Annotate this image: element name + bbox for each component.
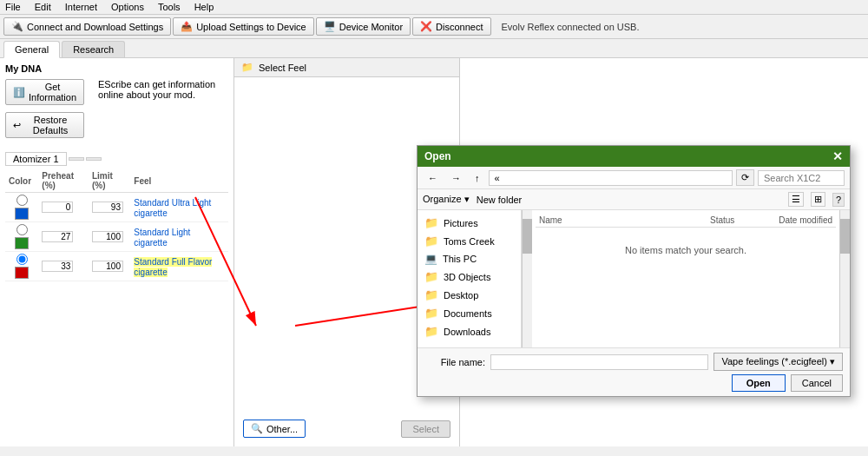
monitor-label: Device Monitor: [339, 22, 403, 32]
menu-options[interactable]: Options: [111, 2, 144, 12]
nav-up-button[interactable]: ↑: [470, 170, 485, 186]
dialog-toolbar: ← → ↑ ⟳: [418, 167, 850, 189]
sidebar-item-3d-objects[interactable]: 📁 3D Objects: [421, 268, 517, 286]
row3-feel[interactable]: Standard Full Flavor cigarette: [134, 257, 212, 277]
col-date-header: Date modified: [734, 215, 832, 225]
pictures-folder-icon: 📁: [424, 216, 438, 229]
disconnect-icon: ❌: [420, 21, 432, 32]
atomizer-tab-3[interactable]: [86, 157, 102, 161]
panel-title-bar: 📁 Select Feel: [234, 58, 459, 77]
disconnect-label: Disconnect: [436, 22, 483, 32]
dialog-titlebar: Open ✕: [418, 146, 850, 167]
path-input[interactable]: [489, 170, 733, 186]
table-row: Standard Full Flavor cigarette: [5, 252, 228, 281]
row3-color: [15, 267, 29, 279]
sidebar-item-documents[interactable]: 📁 Documents: [421, 304, 517, 322]
main-area: My DNA ℹ️ Get Information ↩ Restore Defa…: [0, 58, 868, 446]
view-details-icon[interactable]: ⊞: [811, 192, 825, 207]
sidebar-item-downloads[interactable]: 📁 Downloads: [421, 322, 517, 340]
select-feel-title: Select Feel: [259, 63, 306, 73]
dialog-close-button[interactable]: ✕: [832, 149, 843, 163]
sidebar-label: Documents: [444, 308, 492, 319]
sidebar-label: Toms Creek: [444, 236, 495, 247]
organize-button[interactable]: Organize ▾: [423, 194, 470, 205]
row1-color: [15, 208, 29, 220]
other-button[interactable]: 🔍 Other...: [243, 420, 306, 438]
documents-icon: 📁: [424, 307, 438, 320]
menu-file[interactable]: File: [5, 2, 21, 12]
connect-download-button[interactable]: 🔌 Connect and Download Settings: [3, 17, 171, 36]
filename-row: File name: Vape feelings (*.ecigfeel) ▾: [424, 353, 843, 371]
tab-research[interactable]: Research: [62, 41, 125, 57]
disconnect-button[interactable]: ❌ Disconnect: [412, 17, 490, 36]
main-scrollbar[interactable]: [839, 210, 850, 347]
row1-preheat[interactable]: [42, 202, 73, 213]
restore-defaults-button[interactable]: ↩ Restore Defaults: [5, 112, 84, 138]
atomizer-table: Color Preheat (%) Limit (%) Feel Standar…: [5, 169, 228, 281]
tab-general[interactable]: General: [3, 41, 60, 58]
row1-feel[interactable]: Standard Ultra Light cigarette: [134, 198, 211, 218]
dialog-body: 📁 Pictures 📁 Toms Creek 💻 This PC 📁 3D O…: [418, 210, 850, 347]
menu-help[interactable]: Help: [194, 2, 214, 12]
row1-limit[interactable]: [92, 202, 123, 213]
nav-forward-button[interactable]: →: [446, 170, 466, 186]
row2-limit[interactable]: [92, 231, 123, 242]
sidebar-scrollbar[interactable]: [522, 210, 532, 347]
connect-icon: 🔌: [11, 21, 23, 32]
filetype-dropdown-btn[interactable]: Vape feelings (*.ecigfeel) ▾: [713, 353, 843, 371]
atomizer-tab-2[interactable]: [69, 157, 84, 161]
view-help-icon[interactable]: ?: [832, 193, 845, 207]
sidebar-item-toms-creek[interactable]: 📁 Toms Creek: [421, 232, 517, 250]
row2-feel[interactable]: Standard Light cigarette: [134, 228, 190, 248]
col-color-header: Color: [5, 169, 38, 193]
this-pc-icon: 💻: [424, 253, 437, 265]
panel-content: [234, 77, 459, 91]
row2-radio[interactable]: [16, 224, 28, 235]
refresh-button[interactable]: ⟳: [736, 169, 754, 186]
sidebar-label: Downloads: [444, 327, 490, 337]
sidebar-item-this-pc[interactable]: 💻 This PC: [421, 250, 517, 268]
upload-icon: 📤: [181, 21, 193, 32]
restore-icon: ↩: [13, 120, 21, 131]
sidebar-label: 3D Objects: [444, 272, 490, 282]
menu-edit[interactable]: Edit: [35, 2, 51, 12]
col-preheat-header: Preheat (%): [38, 169, 89, 193]
nav-back-button[interactable]: ←: [423, 170, 443, 186]
sidebar-item-desktop[interactable]: 📁 Desktop: [421, 286, 517, 304]
row3-limit[interactable]: [92, 261, 123, 272]
scrollbar-thumb: [523, 219, 532, 254]
menubar: File Edit Internet Options Tools Help: [0, 0, 868, 15]
select-button[interactable]: Select: [401, 420, 450, 438]
row3-preheat[interactable]: [42, 261, 73, 272]
row1-radio[interactable]: [16, 195, 28, 206]
info-icon: ℹ️: [13, 87, 25, 98]
sidebar-item-pictures[interactable]: 📁 Pictures: [421, 214, 517, 232]
tab-bar: General Research: [0, 39, 868, 58]
folder-icon: 📁: [241, 62, 253, 73]
row2-preheat[interactable]: [42, 231, 73, 242]
atomizer-tab-1[interactable]: Atomizer 1: [5, 152, 67, 166]
sidebar-label: Pictures: [444, 218, 478, 228]
menu-tools[interactable]: Tools: [158, 2, 181, 12]
col-feel-header: Feel: [130, 169, 228, 193]
get-information-button[interactable]: ℹ️ Get Information: [5, 79, 84, 105]
row3-radio[interactable]: [16, 254, 28, 265]
device-monitor-button[interactable]: 🖥️ Device Monitor: [316, 17, 411, 36]
open-button[interactable]: Open: [732, 374, 786, 392]
toolbar: 🔌 Connect and Download Settings 📤 Upload…: [0, 15, 868, 39]
left-panel: My DNA ℹ️ Get Information ↩ Restore Defa…: [0, 58, 234, 446]
view-list-icon[interactable]: ☰: [788, 192, 804, 207]
filename-input[interactable]: [490, 354, 708, 370]
sidebar-label: This PC: [443, 254, 477, 264]
new-folder-button[interactable]: New folder: [477, 195, 523, 205]
menu-internet[interactable]: Internet: [65, 2, 97, 12]
dialog-file-area: Name Status Date modified No items match…: [532, 210, 839, 347]
other-label: Other...: [266, 424, 298, 434]
no-items-message: No items match your search.: [536, 245, 836, 255]
filetype-value: Vape feelings (*.ecigfeel): [721, 356, 826, 367]
footer-buttons: Open Cancel: [424, 374, 843, 392]
cancel-button[interactable]: Cancel: [791, 374, 843, 392]
upload-settings-button[interactable]: 📤 Upload Settings to Device: [173, 17, 314, 36]
chevron-down-icon: ▾: [830, 356, 835, 367]
search-input[interactable]: [758, 170, 845, 186]
